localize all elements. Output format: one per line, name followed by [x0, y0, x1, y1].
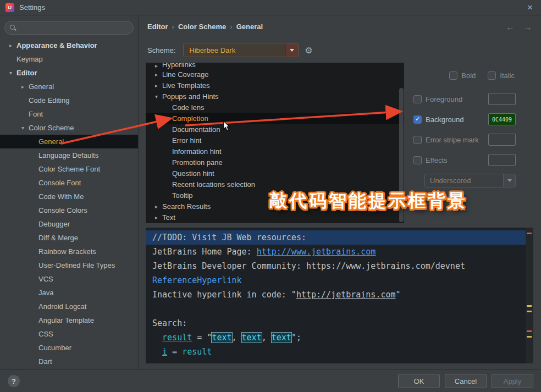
error-stripe-swatch[interactable] — [488, 134, 516, 146]
tree-chevron-icon[interactable] — [7, 42, 15, 48]
tree-chevron-icon[interactable] — [7, 70, 15, 76]
scheme-label: Scheme: — [147, 46, 175, 54]
sidebar-item[interactable]: Font — [0, 107, 138, 121]
effects-swatch[interactable] — [488, 154, 516, 166]
cancel-button[interactable]: Cancel — [445, 374, 487, 388]
italic-checkbox[interactable]: Italic — [488, 71, 515, 80]
sidebar-item[interactable]: Java — [0, 286, 138, 300]
sidebar-item[interactable]: Keymap — [0, 52, 138, 66]
sidebar-item[interactable]: Rainbow Brackets — [0, 245, 138, 258]
tree-chevron-icon[interactable] — [152, 203, 161, 209]
option-tree-item[interactable]: Popups and Hints — [146, 91, 404, 102]
back-icon[interactable]: ← — [506, 23, 515, 32]
chevron-down-icon[interactable] — [285, 43, 298, 57]
gear-icon[interactable]: ⚙ — [305, 45, 312, 56]
sidebar-item[interactable]: Language Defaults — [0, 148, 138, 162]
forward-icon[interactable]: → — [523, 23, 532, 32]
help-icon[interactable]: ? — [8, 375, 20, 387]
italic-checkbox-box[interactable] — [488, 71, 496, 80]
option-tree-item[interactable]: Promotion pane — [146, 157, 404, 168]
bold-checkbox-box[interactable] — [449, 71, 457, 80]
tree-chevron-icon[interactable] — [152, 71, 161, 78]
option-tree-item[interactable]: Hyperlinks — [146, 63, 404, 69]
sidebar-item[interactable]: Dart — [0, 355, 138, 368]
ok-button[interactable]: OK — [398, 374, 440, 388]
breadcrumb-item[interactable]: General — [236, 23, 263, 31]
option-tree-item[interactable]: Completion — [146, 113, 404, 124]
foreground-swatch[interactable] — [488, 93, 516, 105]
option-tree-item[interactable]: Recent locations selection — [146, 179, 404, 190]
breadcrumb-item[interactable]: Color Scheme › — [178, 23, 236, 31]
option-tree-item[interactable]: Question hint — [146, 168, 404, 179]
option-tree-label: Documentation — [172, 125, 220, 134]
sidebar-item-label: Dart — [38, 357, 52, 366]
effects-checkbox[interactable]: Effects — [413, 156, 448, 164]
background-swatch[interactable]: 0C4409 — [488, 113, 516, 125]
close-icon[interactable]: × — [525, 3, 536, 12]
option-tree-label: Error hint — [172, 136, 201, 145]
effects-checkbox-box[interactable] — [413, 156, 422, 164]
background-checkbox-box[interactable] — [413, 115, 422, 124]
sidebar-item[interactable]: Code With Me — [0, 190, 138, 203]
option-tree-item[interactable]: Information hint — [146, 146, 404, 157]
sidebar-item[interactable]: Cucumber — [0, 341, 138, 355]
sidebar-item[interactable]: Console Font — [0, 176, 138, 190]
tree-chevron-icon[interactable] — [152, 63, 161, 69]
code-line: i = result — [146, 345, 526, 359]
sidebar-item[interactable]: Android Logcat — [0, 300, 138, 313]
sidebar-item[interactable]: Debugger — [0, 217, 138, 231]
error-stripe-row: Error stripe mark — [413, 133, 516, 146]
bold-checkbox[interactable]: Bold — [449, 71, 476, 80]
breadcrumb-separator-icon: › — [226, 23, 236, 31]
sidebar-item[interactable]: General — [0, 80, 138, 93]
sidebar-item[interactable]: Console Colors — [0, 203, 138, 217]
tree-chevron-icon[interactable] — [19, 84, 27, 90]
option-tree-item[interactable]: Documentation — [146, 124, 404, 135]
breadcrumb-item[interactable]: Editor › — [147, 23, 178, 31]
sidebar-item[interactable]: Code Editing — [0, 93, 138, 107]
sidebar-item-label: Android Logcat — [38, 302, 86, 311]
scheme-value: Hiberbee Dark — [184, 46, 285, 54]
settings-search[interactable] — [4, 21, 134, 35]
tree-chevron-icon[interactable] — [152, 214, 161, 220]
option-tree-item[interactable]: Live Templates — [146, 80, 404, 91]
foreground-checkbox[interactable]: Foreground — [413, 95, 462, 103]
sidebar-item[interactable]: Angular Template — [0, 313, 138, 327]
chevron-down-icon[interactable] — [503, 174, 515, 187]
sidebar-item[interactable]: Color Scheme — [0, 121, 138, 135]
background-row: Background 0C4409 — [413, 113, 516, 126]
sidebar-item-label: Code Editing — [29, 96, 69, 104]
option-tree-item[interactable]: Error hint — [146, 135, 404, 146]
sidebar-item-label: Java — [38, 289, 53, 297]
sidebar-item[interactable]: Appearance & Behavior — [0, 38, 138, 52]
scheme-select[interactable]: Hiberbee Dark — [183, 43, 299, 57]
sidebar-item-label: Console Font — [38, 179, 81, 187]
error-stripe-scrollbar[interactable] — [526, 228, 533, 363]
sidebar-item-label: Color Scheme Font — [38, 165, 100, 173]
error-stripe-checkbox[interactable]: Error stripe mark — [413, 136, 479, 144]
sidebar-item-label: General — [38, 137, 64, 146]
error-stripe-checkbox-box[interactable] — [413, 136, 422, 144]
error-stripe-mark — [527, 336, 532, 338]
sidebar-item[interactable]: VCS — [0, 272, 138, 286]
sidebar-item[interactable]: Color Scheme Font — [0, 162, 138, 176]
sidebar-item[interactable]: Editor — [0, 66, 138, 80]
option-tree-item[interactable]: Text — [146, 212, 404, 223]
tree-chevron-icon[interactable] — [152, 93, 161, 100]
background-checkbox[interactable]: Background — [413, 115, 463, 124]
tree-chevron-icon[interactable] — [152, 82, 161, 89]
underscored-dropdown[interactable]: Underscored — [424, 174, 516, 187]
option-tree-item[interactable]: Line Coverage — [146, 69, 404, 80]
preview-pane[interactable]: //TODO: Visit JB Web resources:JetBrains… — [146, 228, 533, 363]
sidebar-item[interactable]: Diff & Merge — [0, 231, 138, 245]
foreground-checkbox-box[interactable] — [413, 95, 422, 103]
search-input[interactable] — [20, 24, 128, 32]
apply-button[interactable]: Apply — [492, 374, 533, 388]
sidebar-item[interactable]: User-Defined File Types — [0, 258, 138, 272]
option-tree-item[interactable]: Code lens — [146, 102, 404, 113]
sidebar-item[interactable]: General — [0, 135, 138, 148]
app-logo-icon: IJ — [5, 3, 14, 12]
sidebar-item[interactable]: CSS — [0, 327, 138, 341]
code-line: JetBrains Developer Community: https://w… — [146, 259, 526, 273]
tree-chevron-icon[interactable] — [19, 125, 27, 131]
